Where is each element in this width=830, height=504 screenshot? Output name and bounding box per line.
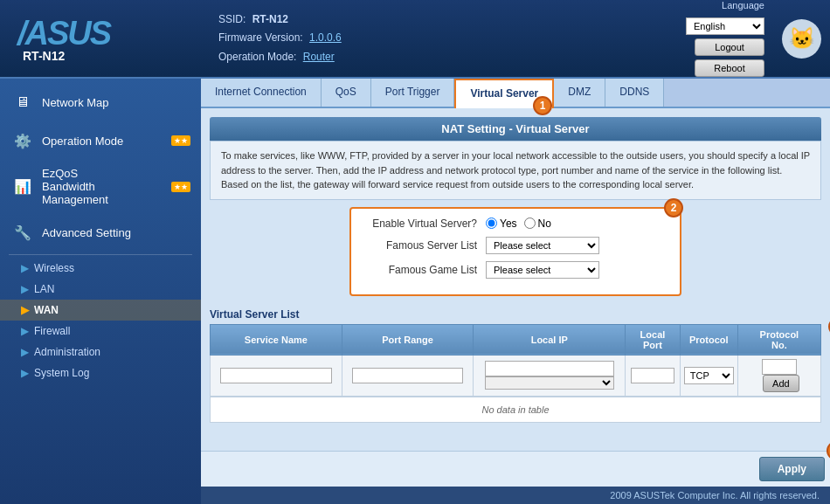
sidebar-item-label-advanced-setting: Advanced Setting <box>42 226 131 239</box>
sidebar-item-system-log[interactable]: ▶ System Log <box>0 362 201 383</box>
description-text: To make services, like WWW, FTP, provide… <box>221 150 810 190</box>
th-protocol-no: ProtocolNo. <box>737 324 820 355</box>
td-local-port <box>626 355 681 396</box>
operation-mode-icon: ⚙️ <box>10 128 35 153</box>
sidebar-item-label-lan: LAN <box>34 283 54 295</box>
port-range-input[interactable] <box>352 368 463 383</box>
enable-vs-control: Yes No <box>486 217 551 230</box>
ssid-label: SSID: <box>218 13 246 25</box>
famous-game-label: Famous Game List <box>363 264 486 276</box>
sidebar-item-label-firewall: Firewall <box>34 325 70 337</box>
tab-port-trigger[interactable]: Port Trigger <box>371 79 455 107</box>
sidebar: 🖥 Network Map ⚙️ Operation Mode ★★ 📊 EzQ… <box>0 79 201 504</box>
content-area: Internet Connection QoS Port Trigger Vir… <box>201 79 830 504</box>
sidebar-item-lan[interactable]: ▶ LAN <box>0 279 201 300</box>
sidebar-item-wan[interactable]: ▶ WAN <box>0 300 201 321</box>
sidebar-item-wireless[interactable]: ▶ Wireless <box>0 258 201 279</box>
local-port-input[interactable] <box>631 368 674 383</box>
logo-area: /ASUS RT-N12 <box>9 15 201 63</box>
famous-server-row: Famous Server List Please select <box>363 237 667 254</box>
ezqos-badge: ★★ <box>171 182 190 192</box>
local-ip-input[interactable] <box>485 361 614 376</box>
sidebar-item-operation-mode[interactable]: ⚙️ Operation Mode ★★ <box>0 121 201 160</box>
sidebar-item-label-system-log: System Log <box>34 367 89 379</box>
add-button[interactable]: Add <box>763 375 799 392</box>
firmware-label: Firmware Version: <box>218 31 303 44</box>
arrow-firewall: ▶ <box>21 325 29 337</box>
network-map-icon: 🖥 <box>10 90 35 114</box>
section-title: NAT Setting - Virtual Server <box>210 117 821 141</box>
sidebar-item-label-network-map: Network Map <box>42 96 109 109</box>
service-name-input[interactable] <box>220 368 332 383</box>
th-local-port: Local Port <box>626 324 681 355</box>
header: /ASUS RT-N12 SSID: RT-N12 Firmware Versi… <box>0 0 830 79</box>
no-radio[interactable] <box>524 217 536 229</box>
tab-dmz[interactable]: DMZ <box>554 79 605 107</box>
avatar: 🐱 <box>782 19 821 59</box>
arrow-wireless: ▶ <box>21 262 29 274</box>
main-layout: 🖥 Network Map ⚙️ Operation Mode ★★ 📊 EzQ… <box>0 79 830 504</box>
tab-qos[interactable]: QoS <box>322 79 371 107</box>
famous-game-select[interactable]: Please select <box>486 261 599 279</box>
language-select[interactable]: English <box>686 17 764 35</box>
bottom-bar: 4 Apply <box>201 451 830 487</box>
description-box: To make services, like WWW, FTP, provide… <box>210 141 821 200</box>
protocol-no-input[interactable] <box>762 359 797 375</box>
famous-server-control: Please select <box>486 237 599 254</box>
list-title: Virtual Server List <box>210 303 821 324</box>
language-label: Language <box>722 0 764 10</box>
advanced-setting-icon: 🔧 <box>10 220 35 245</box>
sidebar-item-label-operation-mode: Operation Mode <box>42 135 123 148</box>
arrow-wan: ▶ <box>21 304 29 316</box>
enable-vs-label: Enable Virtual Server? <box>363 217 486 230</box>
td-protocol-no: Add <box>737 355 820 396</box>
arrow-system-log: ▶ <box>21 367 29 379</box>
sidebar-item-ezqos[interactable]: 📊 EzQoSBandwidthManagement ★★ <box>0 160 201 213</box>
th-service-name: Service Name <box>211 324 342 355</box>
sidebar-item-label-ezqos: EzQoSBandwidthManagement <box>42 167 108 206</box>
protocol-select[interactable]: TCP UDP BOTH <box>684 367 734 384</box>
content-body: NAT Setting - Virtual Server To make ser… <box>201 108 830 451</box>
yes-radio[interactable] <box>486 217 497 229</box>
local-ip-select[interactable] <box>485 376 614 390</box>
header-info: SSID: RT-N12 Firmware Version: 1.0.0.6 O… <box>201 10 686 67</box>
table-input-row: TCP UDP BOTH Add <box>211 355 821 396</box>
tab-bar: Internet Connection QoS Port Trigger Vir… <box>201 79 830 108</box>
famous-server-select[interactable]: Please select <box>486 237 599 254</box>
firmware-value[interactable]: 1.0.0.6 <box>309 31 342 44</box>
sidebar-item-advanced-setting[interactable]: 🔧 Advanced Setting <box>0 213 201 252</box>
td-service-name <box>211 355 342 396</box>
yes-label: Yes <box>500 217 517 230</box>
tab-internet-connection[interactable]: Internet Connection <box>201 79 322 107</box>
sidebar-item-firewall[interactable]: ▶ Firewall <box>0 321 201 342</box>
td-local-ip <box>474 355 626 396</box>
th-protocol: Protocol <box>680 324 737 355</box>
sidebar-item-administration[interactable]: ▶ Administration <box>0 342 201 362</box>
tab-ddns[interactable]: DDNS <box>605 79 664 107</box>
arrow-administration: ▶ <box>21 346 29 358</box>
famous-game-row: Famous Game List Please select <box>363 261 667 279</box>
sidebar-item-network-map[interactable]: 🖥 Network Map <box>0 83 201 121</box>
sidebar-item-label-wan: WAN <box>34 304 59 316</box>
badge-1: 1 <box>533 96 552 115</box>
header-right: Language English Logout Reboot <box>686 0 764 77</box>
logout-button[interactable]: Logout <box>695 38 764 56</box>
famous-server-label: Famous Server List <box>363 239 486 252</box>
logo-brand: /ASUS <box>17 15 110 52</box>
sidebar-item-label-administration: Administration <box>34 346 100 358</box>
td-protocol: TCP UDP BOTH <box>680 355 737 396</box>
yes-radio-label[interactable]: Yes <box>486 217 517 230</box>
enable-vs-row: Enable Virtual Server? Yes No <box>363 217 667 230</box>
operation-value[interactable]: Router <box>303 51 335 63</box>
apply-button[interactable]: Apply <box>759 457 825 481</box>
no-data-message: No data in table <box>210 397 821 423</box>
vs-table: Service Name Port Range Local IP Local P… <box>210 324 821 397</box>
td-port-range <box>342 355 474 396</box>
ssid-value: RT-N12 <box>252 13 288 25</box>
logo-text: /ASUS <box>17 15 110 52</box>
reboot-button[interactable]: Reboot <box>695 59 764 77</box>
no-label: No <box>538 217 551 230</box>
sidebar-item-label-wireless: Wireless <box>34 262 74 274</box>
no-radio-label[interactable]: No <box>524 217 551 230</box>
language-area: Language <box>722 0 764 10</box>
